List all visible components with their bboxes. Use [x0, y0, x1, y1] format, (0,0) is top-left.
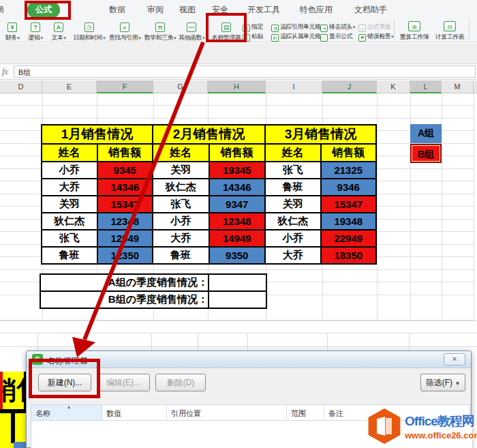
cell-name[interactable]: 小乔: [265, 230, 321, 247]
ribbon-button-show-formulas[interactable]: ∷显示公式: [320, 32, 352, 41]
cell-name[interactable]: 大乔: [265, 247, 321, 264]
cell-name[interactable]: 小乔: [42, 162, 97, 179]
cell-name[interactable]: 狄仁杰: [42, 213, 97, 230]
formula-input[interactable]: B组: [14, 65, 476, 78]
ribbon-button-other-functions[interactable]: ⋯ 其他函数▾: [176, 20, 207, 42]
cell-name[interactable]: 关羽: [153, 162, 209, 179]
summary-value[interactable]: [209, 274, 266, 291]
group-b-cell-selected[interactable]: B组: [410, 144, 442, 163]
column-header-f[interactable]: F: [97, 80, 153, 93]
cell-name[interactable]: 大乔: [42, 179, 97, 196]
cell-value[interactable]: 15347: [321, 196, 377, 213]
cell-value[interactable]: 12348: [209, 213, 266, 230]
tab-doc-assistant[interactable]: 文档助手: [354, 4, 387, 16]
ribbon-button-define[interactable]: ⊞指定: [243, 23, 263, 31]
column-header-g[interactable]: G: [153, 80, 208, 93]
ribbon-separator: [469, 18, 470, 40]
list-header-refers-to[interactable]: 引用位置: [167, 405, 287, 420]
cell-value[interactable]: 9345: [97, 162, 153, 179]
cell-value[interactable]: 9346: [321, 179, 377, 196]
summary-value[interactable]: [209, 291, 266, 308]
table-title[interactable]: 3月销售情况: [265, 125, 376, 144]
ribbon-button-logic[interactable]: ? 逻辑▾: [25, 20, 46, 42]
header-cell[interactable]: 姓名: [42, 144, 97, 162]
ribbon-button-trace-precedents[interactable]: ⇉追踪引用单元格: [271, 23, 321, 31]
ribbon-button-error-checking[interactable]: ⚑错误检查▾: [358, 32, 393, 41]
cell-name[interactable]: 张飞: [265, 162, 321, 179]
cell-name[interactable]: 狄仁杰: [153, 179, 209, 196]
cell-value[interactable]: 14346: [209, 179, 266, 196]
cell-value[interactable]: 21325: [321, 162, 377, 179]
ribbon-button-remove-arrows[interactable]: ⇥移去箭头▾: [320, 23, 355, 31]
column-header-d[interactable]: D: [0, 80, 42, 93]
table-title[interactable]: 2月销售情况: [153, 125, 265, 144]
list-header-value[interactable]: 数值: [102, 405, 167, 420]
list-header-scope[interactable]: 范围: [287, 405, 324, 420]
tab-developer[interactable]: 开发工具: [247, 4, 280, 16]
cell-name[interactable]: 狄仁杰: [265, 213, 321, 230]
ribbon-button-calc-worksheet[interactable]: ⊟ 计算工作表: [432, 19, 467, 42]
tab-data[interactable]: 数据: [109, 4, 125, 16]
ribbon-button-trace-dependents[interactable]: ⇇追踪从属单元格: [271, 32, 321, 41]
ribbon-button-paste-name[interactable]: ⎘粘贴: [243, 32, 263, 41]
header-cell[interactable]: 姓名: [265, 144, 321, 162]
cell-name[interactable]: 鲁班: [42, 247, 97, 264]
column-header-i[interactable]: I: [266, 80, 322, 93]
ribbon-button-finance[interactable]: ¥ 财务▾: [2, 20, 22, 42]
cell-name[interactable]: 大乔: [153, 230, 209, 247]
cell-value[interactable]: 19345: [209, 162, 266, 179]
column-header-j[interactable]: J: [322, 80, 377, 93]
tab-partial[interactable]: 局: [0, 4, 4, 16]
ribbon-button-name-manager[interactable]: ▤ 名称管理器: [209, 20, 244, 42]
define-icon: ⊞: [243, 25, 250, 32]
cell-value[interactable]: 14346: [97, 179, 153, 196]
cell-value[interactable]: 18350: [321, 247, 377, 264]
cell-name[interactable]: 张飞: [42, 230, 97, 247]
cell-value[interactable]: 12348: [97, 213, 153, 230]
tab-security[interactable]: 安全: [212, 4, 228, 16]
column-header-h[interactable]: H: [208, 80, 266, 93]
column-header-k[interactable]: K: [377, 80, 410, 93]
summary-label[interactable]: B组の季度销售情况：: [40, 291, 209, 308]
column-header-l[interactable]: L: [410, 80, 442, 93]
tab-special-apps[interactable]: 特色应用: [300, 4, 333, 16]
filter-button[interactable]: 筛选(F) ▼: [420, 374, 465, 391]
header-cell[interactable]: 销售额: [321, 144, 377, 162]
ribbon-button-lookup[interactable]: ⌕ 查找与引用▾: [106, 20, 143, 42]
header-cell[interactable]: 销售额: [97, 144, 153, 162]
cell-name[interactable]: 鲁班: [153, 247, 209, 264]
cell-name[interactable]: 关羽: [42, 196, 97, 213]
cell-value[interactable]: 22949: [321, 230, 377, 247]
cell-value[interactable]: 12350: [97, 247, 153, 264]
table-title[interactable]: 1月销售情况: [42, 125, 153, 144]
ribbon-button-math-trig[interactable]: π 数学和三角▾: [142, 20, 179, 42]
cell-name[interactable]: 鲁班: [265, 179, 321, 196]
ribbon-button-date-time[interactable]: ◷ 日期和时间▾: [71, 20, 108, 42]
group-a-cell[interactable]: A组: [410, 124, 442, 143]
column-header-m[interactable]: M: [442, 80, 474, 93]
cell-name[interactable]: 小乔: [153, 213, 209, 230]
dialog-titlebar[interactable]: S 名称管理器 ✕: [27, 351, 471, 368]
cell-name[interactable]: 关羽: [265, 196, 321, 213]
close-icon[interactable]: ✕: [444, 353, 465, 365]
delete-name-button: 删除(D): [155, 374, 206, 391]
cell-value[interactable]: 14949: [209, 230, 266, 247]
summary-label[interactable]: A组の季度销售情况：: [40, 274, 209, 291]
sheet-grid[interactable]: 1月销售情况 姓名 销售额 小乔9345 大乔14346 关羽15347 狄仁杰…: [0, 93, 477, 351]
tab-view[interactable]: 视图: [179, 4, 196, 16]
ribbon-button-text[interactable]: A 文本▾: [48, 20, 69, 42]
cell-value[interactable]: 9347: [209, 196, 266, 213]
cell-value[interactable]: 12949: [97, 230, 153, 247]
header-cell[interactable]: 姓名: [153, 144, 209, 162]
cell-name[interactable]: 张飞: [153, 196, 209, 213]
column-header-e[interactable]: E: [42, 80, 97, 93]
tab-review[interactable]: 审阅: [147, 4, 164, 16]
cell-value[interactable]: 15347: [97, 196, 153, 213]
ribbon-button-recalc-workbook[interactable]: ⊞ 重算工作簿: [397, 19, 432, 42]
cell-value[interactable]: 19348: [321, 213, 377, 230]
new-name-button[interactable]: 新建(N)...: [38, 374, 91, 391]
header-cell[interactable]: 销售额: [209, 144, 266, 162]
cell-value[interactable]: 9350: [209, 247, 266, 264]
list-header-name[interactable]: ▲名称: [31, 405, 102, 420]
tab-formulas[interactable]: 公式: [27, 2, 60, 18]
